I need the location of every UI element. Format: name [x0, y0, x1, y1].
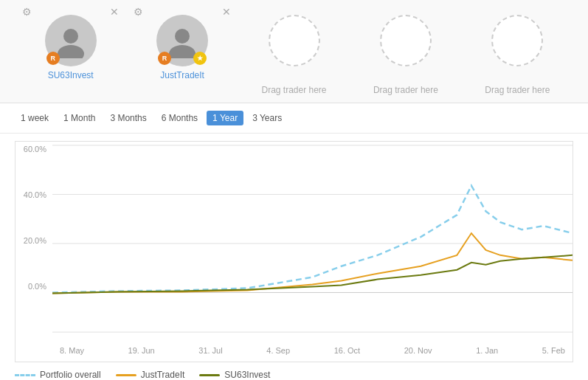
- x-label-jan: 1. Jan: [476, 346, 498, 355]
- svg-point-3: [169, 45, 196, 58]
- x-label-jul: 31. Jul: [198, 346, 222, 355]
- x-label-oct: 16. Oct: [334, 346, 360, 355]
- traders-section: ⚙ ✕ R SU63Invest ⚙ ✕: [0, 0, 588, 103]
- legend-item-portfolio: Portfolio overall: [15, 370, 101, 380]
- trader-slot-empty-3[interactable]: Drag trader here: [462, 7, 573, 95]
- chart-svg: [52, 142, 573, 339]
- trader-name-su63invest[interactable]: SU63Invest: [48, 70, 94, 80]
- y-label-40: 40.0%: [24, 190, 46, 199]
- avatar-empty-2: [380, 15, 432, 66]
- avatar-empty-3: [491, 15, 543, 66]
- filter-3years[interactable]: 3 Years: [246, 111, 288, 125]
- filter-3months[interactable]: 3 Months: [104, 111, 152, 125]
- y-label-0: 0.0%: [28, 282, 46, 291]
- portfolio-line: [52, 186, 573, 293]
- trader-slot-empty-2[interactable]: Drag trader here: [350, 7, 461, 95]
- svg-point-1: [58, 45, 84, 58]
- legend: Portfolio overall JustTradeIt SU63Invest: [0, 362, 588, 380]
- legend-label-portfolio: Portfolio overall: [40, 370, 101, 380]
- x-label-feb: 5. Feb: [542, 346, 565, 355]
- drag-label-1: Drag trader here: [261, 85, 326, 95]
- badge-star-justtradeit: ★: [193, 52, 207, 65]
- svg-point-0: [63, 29, 78, 44]
- y-label-20: 20.0%: [24, 236, 46, 245]
- close-icon[interactable]: ✕: [110, 6, 119, 18]
- filter-6months[interactable]: 6 Months: [156, 111, 204, 125]
- filter-1month[interactable]: 1 Month: [58, 111, 101, 125]
- time-filter-bar: 1 week 1 Month 3 Months 6 Months 1 Year …: [0, 103, 588, 134]
- x-label-jun: 19. Jun: [128, 346, 155, 355]
- avatar-su63invest: R: [45, 15, 97, 66]
- badge-r-su63invest: R: [46, 52, 60, 65]
- badge-r-justtradeit: R: [158, 52, 171, 65]
- y-axis: 60.0% 40.0% 20.0% 0.0% 0: [15, 142, 51, 339]
- drag-label-2: Drag trader here: [373, 85, 438, 95]
- chart-wrap: 60.0% 40.0% 20.0% 0.0% 0: [15, 141, 573, 362]
- filter-1week[interactable]: 1 week: [15, 111, 55, 125]
- gear-icon-2[interactable]: ⚙: [134, 6, 143, 18]
- legend-label-su63invest: SU63Invest: [224, 370, 270, 380]
- trader-slot-justtradeit[interactable]: ⚙ ✕ R ★ JustTradeIt: [126, 7, 238, 80]
- filter-1year[interactable]: 1 Year: [207, 111, 243, 125]
- avatar-justtradeit: R ★: [156, 15, 208, 66]
- x-label-may: 8. May: [60, 346, 84, 355]
- x-label-nov: 20. Nov: [404, 346, 432, 355]
- legend-item-su63invest: SU63Invest: [199, 370, 270, 380]
- legend-item-justtradeit: JustTradeIt: [116, 370, 185, 380]
- legend-line-su63invest: [199, 374, 220, 376]
- trader-slot-empty-1[interactable]: Drag trader here: [238, 7, 350, 95]
- main-container: ⚙ ✕ R SU63Invest ⚙ ✕: [0, 0, 588, 380]
- avatar-empty-1: [269, 15, 320, 66]
- trader-slot-su63invest[interactable]: ⚙ ✕ R SU63Invest: [15, 7, 126, 80]
- legend-line-portfolio: [15, 374, 35, 376]
- su63invest-line: [52, 255, 573, 294]
- chart-inner: [52, 142, 573, 339]
- svg-point-2: [175, 29, 190, 44]
- chart-section: 60.0% 40.0% 20.0% 0.0% 0: [0, 134, 588, 362]
- gear-icon[interactable]: ⚙: [22, 6, 32, 18]
- drag-label-3: Drag trader here: [485, 85, 550, 95]
- y-label-60: 60.0%: [24, 145, 46, 153]
- x-label-sep: 4. Sep: [266, 346, 290, 355]
- legend-line-justtradeit: [116, 374, 136, 376]
- close-icon-2[interactable]: ✕: [222, 6, 231, 18]
- trader-name-justtradeit[interactable]: JustTradeIt: [160, 70, 204, 80]
- legend-label-justtradeit: JustTradeIt: [141, 370, 185, 380]
- x-axis: 8. May 19. Jun 31. Jul 4. Sep 16. Oct 20…: [52, 339, 573, 362]
